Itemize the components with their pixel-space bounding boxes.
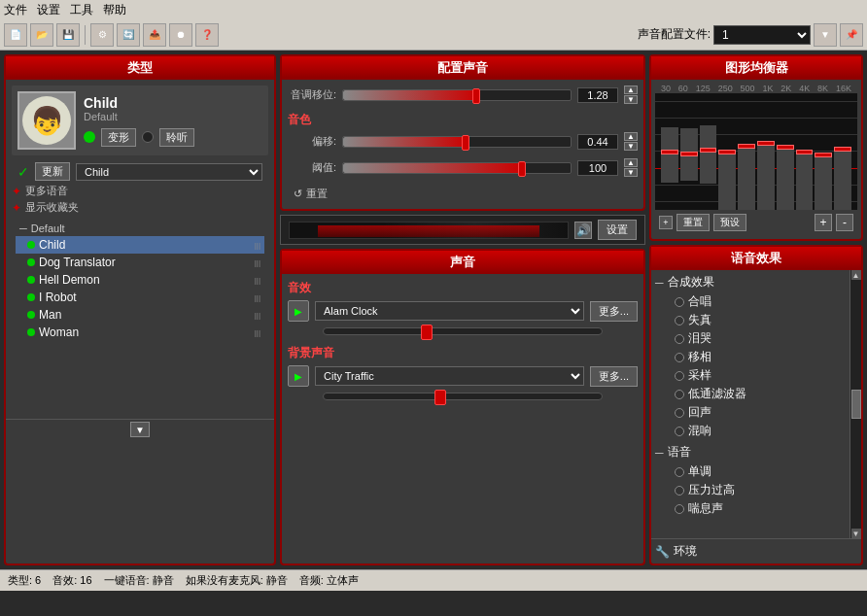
effect-lowpass[interactable]: 低通滤波器 — [655, 385, 846, 403]
effects-select[interactable]: Alam Clock — [315, 301, 584, 321]
eq-bars[interactable] — [659, 99, 853, 210]
eq-col-4[interactable] — [718, 99, 736, 210]
pitch-shift-thumb[interactable] — [472, 88, 480, 104]
toolbar-open[interactable]: 📂 — [30, 23, 53, 47]
transform-btn[interactable]: 变形 — [101, 128, 136, 147]
effects-slider-thumb[interactable] — [421, 325, 433, 340]
eq-plus-btn[interactable]: + — [815, 214, 832, 231]
effect-reverb[interactable]: 混响 — [655, 422, 846, 440]
offset-up[interactable]: ▲ — [624, 132, 638, 141]
effect-pressure[interactable]: 压力过高 — [655, 481, 846, 499]
listen-btn[interactable]: 聆听 — [159, 128, 194, 147]
update-btn[interactable]: 更新 — [35, 162, 70, 181]
eq-col-7[interactable] — [777, 99, 794, 210]
eq-col-5[interactable] — [738, 99, 755, 210]
offset-thumb[interactable] — [462, 135, 469, 151]
radio-flanger[interactable] — [675, 353, 684, 362]
toolbar-record[interactable]: ⏺ — [169, 23, 192, 47]
set-btn[interactable]: 设置 — [598, 220, 637, 240]
effect-sample[interactable]: 采样 — [655, 366, 846, 385]
collapse-synthesis[interactable]: ─ — [655, 276, 664, 290]
eq-add-icon[interactable]: + — [659, 216, 673, 229]
toolbar-settings[interactable]: ⚙ — [90, 23, 114, 47]
pitch-down[interactable]: ▼ — [624, 95, 638, 104]
threshold-thumb[interactable] — [518, 161, 526, 177]
effects-play-btn[interactable]: ▶ — [288, 300, 309, 322]
update-select[interactable]: Child — [76, 163, 262, 181]
eq-col-8[interactable] — [796, 99, 814, 210]
list-scroll-down[interactable]: ▼ — [6, 419, 274, 439]
pitch-shift-slider[interactable] — [342, 89, 572, 101]
effect-distortion[interactable]: 失真 — [655, 311, 846, 329]
effect-monotone[interactable]: 单调 — [655, 462, 846, 481]
radio-reverb[interactable] — [675, 427, 684, 436]
radio-echo[interactable] — [675, 408, 684, 418]
offset-slider[interactable] — [342, 136, 572, 148]
toolbar-export[interactable]: 📤 — [143, 23, 166, 47]
menu-settings[interactable]: 设置 — [37, 2, 60, 18]
eq-col-10[interactable] — [834, 99, 851, 210]
background-slider[interactable] — [323, 393, 603, 400]
radio-breathe[interactable] — [675, 504, 684, 514]
eq-col-6[interactable] — [757, 99, 775, 210]
effect-tears[interactable]: 泪哭 — [655, 329, 846, 348]
threshold-down[interactable]: ▼ — [624, 168, 638, 177]
eq-minus-btn[interactable]: - — [836, 214, 853, 231]
offset-down[interactable]: ▼ — [624, 142, 638, 151]
more-voices-link[interactable]: ✦ 更多语音 — [12, 184, 268, 198]
eq-col-9[interactable] — [815, 99, 832, 210]
voice-item-hell-demon[interactable]: Hell Demon ||| — [16, 271, 264, 289]
eq-col-1[interactable] — [661, 99, 678, 210]
toolbar-new[interactable]: 📄 — [4, 23, 27, 47]
eq-col-2[interactable] — [680, 99, 698, 210]
radio-chorus[interactable] — [675, 297, 684, 307]
mute-btn[interactable]: 🔊 — [574, 222, 592, 239]
radio-lowpass[interactable] — [675, 390, 684, 399]
radio-tears[interactable] — [675, 334, 684, 344]
offset-value[interactable] — [577, 134, 618, 150]
voice-item-i-robot[interactable]: I Robot ||| — [16, 289, 264, 306]
voice-item-dog-translator[interactable]: Dog Translator ||| — [16, 254, 264, 271]
eq-reset-btn[interactable]: 重置 — [676, 214, 710, 231]
scroll-down-btn[interactable]: ▼ — [851, 529, 861, 538]
toolbar-save[interactable]: 💾 — [56, 23, 80, 47]
toolbar-help[interactable]: ❓ — [195, 23, 219, 47]
threshold-up[interactable]: ▲ — [624, 158, 638, 167]
effects-slider[interactable] — [323, 327, 603, 335]
effect-breathe[interactable]: 喘息声 — [655, 499, 846, 518]
radio-sample[interactable] — [675, 371, 684, 381]
effects-more-btn[interactable]: 更多... — [590, 301, 638, 322]
toolbar-refresh[interactable]: 🔄 — [117, 23, 140, 47]
background-more-btn[interactable]: 更多... — [590, 366, 638, 387]
scroll-down-arrow[interactable]: ▼ — [130, 422, 150, 437]
menu-help[interactable]: 帮助 — [103, 2, 126, 18]
scroll-up-arrow[interactable]: ▲ — [851, 270, 861, 280]
pitch-up[interactable]: ▲ — [624, 86, 638, 94]
voice-reset-btn[interactable]: ↺ 重置 — [288, 185, 333, 203]
eq-col-3[interactable] — [700, 99, 717, 210]
threshold-slider[interactable] — [342, 162, 572, 174]
radio-pressure[interactable] — [675, 486, 684, 496]
effect-echo[interactable]: 回声 — [655, 403, 846, 422]
radio-distortion[interactable] — [675, 316, 684, 325]
voice-item-man[interactable]: Man ||| — [16, 306, 264, 324]
voice-item-woman[interactable]: Woman ||| — [16, 324, 264, 341]
scroll-thumb[interactable] — [851, 390, 861, 419]
voice-file-select[interactable]: 1 — [713, 25, 811, 45]
background-select[interactable]: City Traffic — [315, 366, 584, 386]
collapse-voice[interactable]: ─ — [655, 446, 664, 460]
background-slider-thumb[interactable] — [434, 390, 446, 405]
environment-label[interactable]: 环境 — [674, 543, 697, 560]
effect-flanger[interactable]: 移相 — [655, 348, 846, 366]
threshold-value[interactable] — [577, 160, 618, 176]
record-dot[interactable] — [142, 131, 154, 143]
voice-file-menu[interactable]: ▼ — [814, 23, 837, 47]
show-favorites-link[interactable]: ✦ 显示收藏夹 — [12, 200, 268, 215]
effect-chorus[interactable]: 合唱 — [655, 292, 846, 311]
menu-tools[interactable]: 工具 — [70, 2, 93, 18]
background-play-btn[interactable]: ▶ — [288, 365, 309, 387]
pitch-shift-value[interactable]: 1.28 — [577, 87, 618, 103]
radio-monotone[interactable] — [675, 467, 684, 477]
eq-preset-btn[interactable]: 预设 — [713, 214, 746, 231]
voice-item-child[interactable]: Child ||| — [16, 236, 264, 254]
